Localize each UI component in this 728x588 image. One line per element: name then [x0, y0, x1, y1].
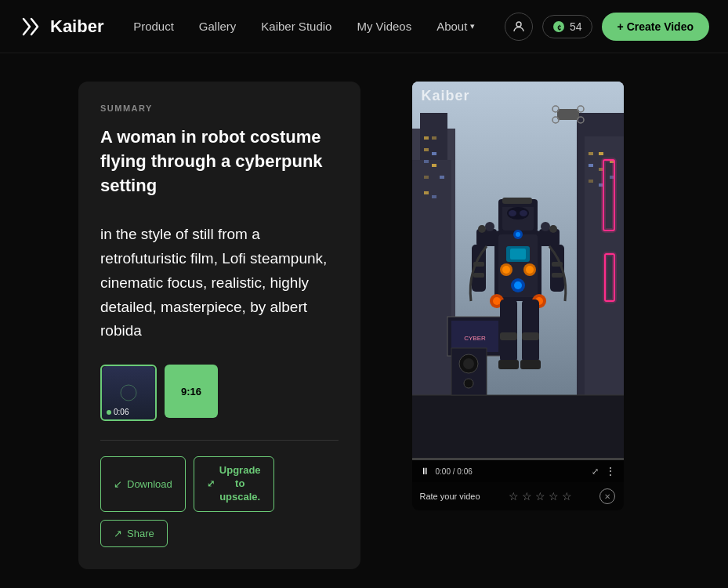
thumbnail-duration: 0:06	[107, 408, 129, 416]
svg-rect-16	[424, 191, 429, 194]
share-button[interactable]: ↗ Share	[100, 520, 168, 547]
star-3[interactable]: ☆	[535, 490, 545, 503]
nav-kaiber-studio[interactable]: Kaiber Studio	[261, 20, 331, 33]
thumbnail-row: 0:06 9:16	[100, 365, 339, 421]
video-time: 0:00 / 0:06	[436, 467, 585, 476]
expand-icon: ⤢	[207, 478, 215, 491]
svg-rect-8	[424, 136, 429, 140]
video-panel: CYBER	[386, 82, 650, 510]
svg-rect-81	[412, 395, 624, 458]
svg-rect-10	[424, 148, 429, 151]
svg-text:₵: ₵	[557, 24, 561, 31]
credits-icon: ₵	[552, 20, 565, 33]
video-thumbnail-icon	[119, 383, 138, 402]
svg-rect-76	[522, 332, 539, 340]
video-progress-bar[interactable]	[412, 458, 624, 460]
main-content: SUMMARY A woman in robot costume flying …	[0, 53, 728, 588]
svg-point-3	[121, 385, 136, 401]
nav-my-videos[interactable]: My Videos	[357, 20, 411, 33]
share-icon: ↗	[114, 528, 122, 539]
fullscreen-button[interactable]: ⤢	[592, 466, 599, 477]
star-2[interactable]: ☆	[522, 490, 532, 503]
svg-point-59	[478, 225, 486, 233]
nav-product[interactable]: Product	[133, 20, 174, 33]
svg-rect-68	[552, 273, 563, 278]
user-account-button[interactable]	[505, 13, 533, 41]
thumbnail-aspect-ratio: 9:16	[181, 386, 201, 397]
credits-badge[interactable]: ₵ 54	[542, 15, 592, 38]
svg-rect-73	[500, 299, 517, 362]
play-button[interactable]: ⏸	[420, 466, 429, 477]
svg-point-47	[526, 266, 534, 274]
svg-rect-21	[599, 152, 603, 155]
svg-rect-15	[440, 176, 444, 179]
thumbnail-item-1[interactable]: 0:06	[100, 365, 157, 421]
download-button[interactable]: ↙ Download	[100, 456, 186, 512]
summary-text-bold: A woman in robot costume flying through …	[100, 127, 323, 195]
svg-point-0	[516, 22, 521, 27]
svg-rect-13	[432, 164, 436, 167]
svg-text:CYBER: CYBER	[464, 335, 486, 342]
summary-card: SUMMARY A woman in robot costume flying …	[78, 82, 360, 569]
create-video-button[interactable]: + Create Video	[602, 13, 709, 41]
star-5[interactable]: ☆	[562, 490, 572, 503]
thumbnail-item-2[interactable]: 9:16	[165, 365, 218, 418]
svg-rect-22	[589, 164, 593, 167]
svg-rect-58	[539, 229, 560, 246]
svg-rect-77	[498, 360, 519, 369]
recording-dot	[107, 410, 111, 415]
navigation: Kaiber Product Gallery Kaiber Studio My …	[0, 0, 728, 53]
chevron-down-icon: ▾	[470, 21, 475, 31]
video-controls: ⏸ 0:00 / 0:06 ⤢ ⋮	[412, 460, 624, 482]
nav-gallery[interactable]: Gallery	[199, 20, 237, 33]
summary-text-style: in the style of still from a retrofuturi…	[100, 226, 327, 339]
svg-point-45	[502, 266, 510, 274]
svg-rect-24	[589, 180, 593, 183]
svg-point-80	[516, 232, 520, 237]
star-4[interactable]: ☆	[549, 490, 559, 503]
logo-link[interactable]: Kaiber	[19, 14, 103, 39]
svg-point-70	[493, 297, 501, 305]
download-icon: ↙	[114, 478, 122, 490]
cyberpunk-scene: CYBER	[412, 82, 624, 458]
svg-rect-43	[510, 249, 526, 260]
nav-right: ₵ 54 + Create Video	[505, 13, 709, 41]
svg-rect-75	[500, 332, 517, 340]
svg-rect-78	[520, 360, 541, 369]
svg-point-60	[485, 222, 494, 231]
svg-rect-20	[589, 152, 593, 155]
logo-text: Kaiber	[50, 16, 103, 37]
rate-label: Rate your video	[420, 492, 480, 501]
nav-about[interactable]: About ▾	[436, 20, 475, 33]
svg-rect-66	[473, 273, 484, 278]
video-watermark: Kaiber	[422, 88, 470, 104]
star-rating: ☆ ☆ ☆ ☆ ☆	[509, 490, 572, 503]
rate-bar: Rate your video ☆ ☆ ☆ ☆ ☆ ✕	[412, 482, 624, 510]
star-1[interactable]: ☆	[509, 490, 519, 503]
svg-rect-11	[432, 152, 436, 155]
svg-point-53	[509, 210, 516, 216]
svg-point-86	[464, 379, 473, 388]
close-icon: ✕	[604, 492, 610, 501]
upgrade-upscale-button[interactable]: ⤢ Upgrade to upscale.	[194, 456, 274, 512]
svg-point-49	[514, 281, 522, 289]
user-icon	[512, 20, 526, 34]
svg-point-61	[549, 225, 557, 233]
svg-rect-74	[522, 299, 539, 362]
action-buttons: ↙ Download ⤢ Upgrade to upscale. ↗ Share	[100, 456, 339, 547]
nav-links: Product Gallery Kaiber Studio My Videos …	[133, 20, 475, 34]
summary-text: A woman in robot costume flying through …	[100, 125, 339, 343]
card-divider	[100, 440, 339, 441]
svg-point-85	[463, 358, 474, 369]
svg-rect-17	[432, 195, 436, 198]
video-display[interactable]: CYBER	[412, 82, 624, 458]
svg-rect-12	[424, 160, 429, 163]
more-options-button[interactable]: ⋮	[605, 465, 616, 477]
close-rating-button[interactable]: ✕	[599, 488, 615, 504]
video-wrapper: CYBER	[412, 82, 624, 510]
svg-point-54	[520, 210, 527, 216]
logo-icon	[19, 14, 44, 39]
svg-rect-35	[557, 109, 579, 120]
svg-point-62	[541, 222, 550, 231]
svg-rect-56	[502, 198, 532, 204]
